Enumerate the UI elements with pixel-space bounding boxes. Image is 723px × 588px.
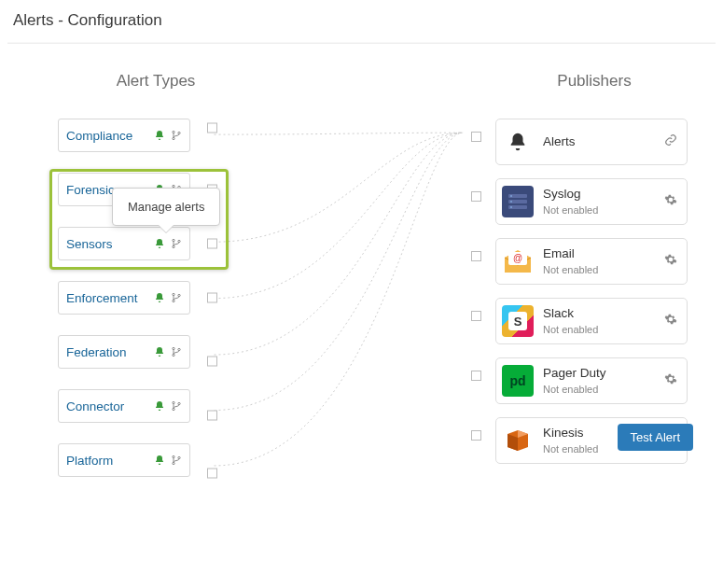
kinesis-icon [502,425,534,456]
gear-icon[interactable] [664,372,677,389]
alert-checkbox-forensics[interactable] [207,185,217,195]
alert-chip-compliance[interactable]: Compliance [58,119,190,152]
alert-row-enforcement: Enforcement [58,281,254,315]
slack-icon: S [502,305,534,337]
svg-point-12 [173,347,174,349]
svg-point-20 [178,456,180,458]
bell-icon[interactable] [154,238,165,249]
test-alert-button[interactable]: Test Alert [618,424,693,451]
config-panel: Alert Types Compliance Forensics [7,43,716,588]
svg-point-10 [173,300,174,301]
branch-icon[interactable] [171,346,182,357]
bell-icon[interactable] [154,130,165,141]
alert-chip-connector[interactable]: Connector [58,389,190,423]
svg-point-17 [178,402,180,404]
svg-point-25 [510,201,512,203]
bell-icon[interactable] [154,184,165,195]
svg-point-26 [510,206,512,208]
svg-point-1 [173,137,174,139]
publisher-name: Email [543,246,655,261]
publisher-row-slack: S Slack Not enabled [495,298,693,344]
branch-icon[interactable] [171,238,182,249]
publisher-card-syslog[interactable]: Syslog Not enabled [495,178,688,225]
bell-icon [502,126,534,158]
publisher-card-email[interactable]: @ Email Not enabled [495,238,688,285]
publisher-status: Not enabled [543,324,655,336]
alert-checkbox-platform[interactable] [207,469,217,479]
alert-row-sensors: Sensors [58,227,254,260]
svg-point-9 [173,293,174,295]
svg-point-11 [178,294,180,296]
bell-icon[interactable] [154,346,165,357]
publishers-column: Publishers Alerts [495,72,693,477]
svg-point-5 [178,186,180,188]
svg-text:@: @ [513,253,522,263]
publisher-checkbox-slack[interactable] [471,311,481,321]
svg-point-8 [178,240,180,242]
publisher-row-alerts: Alerts [495,119,693,165]
alert-chip-label: Enforcement [66,291,154,305]
publisher-checkbox-pagerduty[interactable] [471,371,481,381]
alert-checkbox-enforcement[interactable] [207,293,217,303]
alert-types-column: Alert Types Compliance Forensics [58,72,254,497]
svg-point-2 [178,132,180,133]
alert-row-platform: Platform [58,443,254,477]
branch-icon[interactable] [171,130,182,141]
alert-checkbox-compliance[interactable] [207,123,217,133]
publisher-card-alerts[interactable]: Alerts [495,119,688,165]
alert-checkbox-federation[interactable] [207,357,217,367]
alert-chip-federation[interactable]: Federation [58,335,190,369]
link-icon[interactable] [664,133,677,150]
svg-point-19 [173,462,174,464]
publisher-status: Not enabled [543,204,655,217]
svg-point-6 [173,239,174,241]
publisher-checkbox-alerts[interactable] [471,132,481,142]
svg-point-15 [173,401,174,403]
branch-icon[interactable] [171,400,182,412]
alert-chip-forensics[interactable]: Forensics [58,173,190,206]
gear-icon[interactable] [664,253,677,270]
publisher-name: Slack [543,306,655,321]
alert-chip-platform[interactable]: Platform [58,443,190,477]
bell-icon[interactable] [154,455,165,466]
alert-chip-label: Compliance [66,129,154,143]
publisher-name: Syslog [543,187,655,202]
alert-row-forensics: Forensics [58,173,254,206]
gear-icon[interactable] [664,313,677,329]
alert-chip-label: Forensics [66,183,154,197]
svg-point-24 [510,195,512,197]
alert-chip-enforcement[interactable]: Enforcement [58,281,190,315]
svg-point-4 [173,191,174,193]
publisher-card-slack[interactable]: S Slack Not enabled [495,298,688,344]
alert-row-federation: Federation [58,335,254,369]
alert-chip-label: Platform [66,454,154,468]
alert-checkbox-sensors[interactable] [207,239,217,249]
alert-row-connector: Connector [58,389,254,423]
publisher-name: Pager Duty [543,366,655,381]
alert-checkbox-connector[interactable] [207,411,217,421]
svg-point-3 [173,185,174,187]
alert-row-compliance: Compliance [58,119,254,152]
publisher-row-pagerduty: pd Pager Duty Not enabled [495,357,693,404]
publisher-card-pagerduty[interactable]: pd Pager Duty Not enabled [495,357,688,404]
alert-chip-label: Federation [66,345,154,359]
publisher-name: Alerts [543,134,655,149]
syslog-icon [502,186,534,217]
publisher-checkbox-email[interactable] [471,251,481,261]
publisher-status: Not enabled [543,264,655,276]
email-icon: @ [502,245,534,277]
publisher-checkbox-kinesis[interactable] [471,430,481,441]
alert-chip-sensors[interactable]: Sensors [58,227,190,260]
branch-icon[interactable] [171,292,182,303]
svg-point-16 [173,408,174,410]
svg-point-0 [173,131,174,133]
alert-types-header: Alert Types [58,72,254,91]
publisher-checkbox-syslog[interactable] [471,191,481,202]
publisher-row-syslog: Syslog Not enabled [495,178,693,225]
branch-icon[interactable] [171,184,182,195]
svg-point-13 [173,354,174,356]
bell-icon[interactable] [154,292,165,303]
bell-icon[interactable] [154,400,165,412]
branch-icon[interactable] [171,455,182,466]
gear-icon[interactable] [664,193,677,210]
